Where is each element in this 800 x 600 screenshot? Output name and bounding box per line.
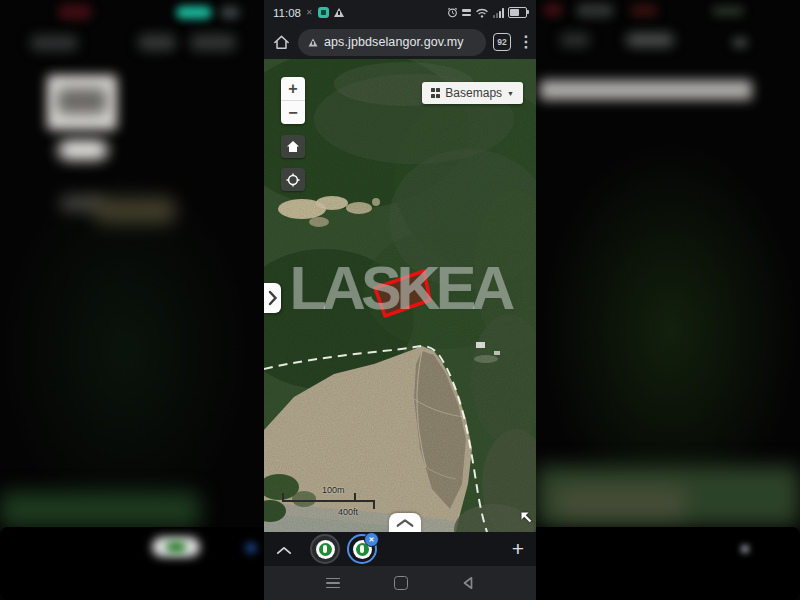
- arrow-northwest-icon: [519, 510, 533, 524]
- address-bar[interactable]: aps.jpbdselangor.gov.my: [298, 29, 486, 56]
- warning-notification-icon: [334, 8, 344, 17]
- close-bubble-button[interactable]: ✕: [364, 532, 379, 547]
- android-nav-bar: [264, 566, 536, 600]
- background-blob: [741, 545, 749, 553]
- home-nav-icon[interactable]: [394, 576, 408, 590]
- network-speed-icon: [462, 9, 471, 16]
- background-blob: [576, 3, 614, 18]
- clock-time: 11:08: [273, 7, 301, 19]
- chevron-up-icon: [395, 518, 415, 528]
- locate-button[interactable]: [281, 168, 305, 191]
- notification-icon: ✕: [306, 8, 313, 17]
- locate-icon: [286, 173, 300, 187]
- add-bubble-button[interactable]: +: [512, 535, 524, 563]
- browser-menu-button[interactable]: ⋮: [518, 34, 528, 50]
- background-blob: [60, 196, 104, 211]
- background-blob: [712, 6, 744, 16]
- chevron-right-icon: [267, 289, 278, 307]
- bubble-bar: ✕ +: [264, 532, 536, 566]
- satellite-imagery[interactable]: [264, 59, 536, 532]
- background-blob: [58, 140, 108, 160]
- scale-imperial-label: 400ft: [338, 507, 358, 517]
- background-blob: [543, 3, 563, 17]
- scale-bar: 100m 400ft: [282, 487, 386, 521]
- browser-toolbar: aps.jpbdselangor.gov.my 92 ⋮: [264, 25, 536, 59]
- phone-screen: 11:08 ✕: [264, 0, 536, 600]
- scale-metric-label: 100m: [322, 485, 345, 495]
- tab-count: 92: [497, 37, 506, 47]
- background-blob: [732, 37, 748, 48]
- home-extent-button[interactable]: [281, 135, 305, 158]
- background-blob: [0, 492, 200, 528]
- recents-nav-icon[interactable]: [326, 578, 340, 589]
- background-blob: [176, 6, 212, 19]
- chevron-down-icon: ▼: [507, 90, 514, 97]
- zoom-control: + −: [281, 77, 305, 124]
- basemap-grid-icon: [431, 88, 441, 98]
- home-icon: [286, 140, 300, 153]
- background-blob: [626, 33, 674, 47]
- battery-icon: [508, 7, 527, 18]
- background-blob: [95, 198, 175, 224]
- site-logo-icon: [319, 543, 332, 556]
- browser-home-icon[interactable]: [272, 33, 291, 52]
- background-ambient: [0, 170, 250, 530]
- background-blob: [556, 486, 686, 518]
- background-blob: [630, 4, 658, 17]
- background-blob: [190, 34, 236, 51]
- site-bubble-active[interactable]: ✕: [347, 534, 377, 564]
- background-blob: [57, 88, 107, 114]
- background-ambient: [540, 140, 800, 520]
- background-pill: [152, 537, 200, 557]
- signal-bars-icon: [493, 8, 504, 18]
- background-blob: [138, 34, 176, 51]
- side-panel-expand-tab[interactable]: [264, 283, 281, 313]
- background-photo-card: [47, 75, 117, 130]
- status-bar: 11:08 ✕: [264, 0, 536, 25]
- zoom-in-button[interactable]: +: [281, 77, 305, 101]
- basemaps-button[interactable]: Basemaps ▼: [422, 82, 523, 104]
- background-blob: [166, 541, 186, 553]
- basemaps-label: Basemaps: [445, 86, 502, 100]
- background-blob: [246, 543, 256, 553]
- background-bar: [540, 80, 752, 100]
- background-blob: [560, 33, 590, 47]
- site-logo-disc: [316, 540, 335, 559]
- alarm-icon: [447, 7, 458, 18]
- background-blob: [30, 35, 78, 51]
- zoom-out-button[interactable]: −: [281, 101, 305, 124]
- back-nav-icon[interactable]: [462, 576, 474, 590]
- background-blob: [220, 6, 240, 19]
- background-blob: [58, 4, 92, 20]
- insecure-site-icon: [309, 38, 318, 46]
- chevron-up-icon: [276, 546, 292, 555]
- tab-switcher-button[interactable]: 92: [493, 33, 511, 51]
- app-notification-icon: [318, 7, 329, 18]
- url-text: aps.jpbdselangor.gov.my: [324, 35, 464, 49]
- pan-arrow-button[interactable]: [519, 510, 533, 528]
- background-blob: [536, 466, 800, 526]
- bubble-bar-expand-button[interactable]: [276, 541, 292, 559]
- bottom-sheet-expand-tab[interactable]: [389, 513, 421, 532]
- site-bubble-inactive[interactable]: [310, 534, 340, 564]
- wifi-icon: [475, 7, 489, 18]
- map-viewport[interactable]: LASKEA + − Basemaps ▼ 100m: [264, 59, 536, 532]
